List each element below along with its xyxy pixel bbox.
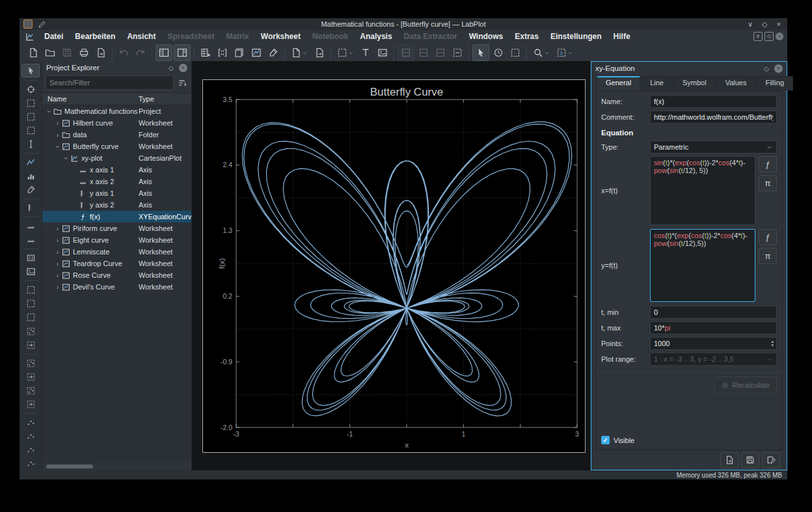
expander-icon[interactable]: ›	[54, 143, 61, 150]
add-plot-image-button[interactable]	[22, 265, 39, 278]
expander-icon[interactable]: ›	[54, 272, 61, 279]
tree-row-lemniscate[interactable]: › Lemniscate Worksheet	[42, 246, 191, 258]
butterfly-curve[interactable]	[242, 122, 572, 416]
tree-header[interactable]: Name Type	[42, 92, 191, 105]
tree-row-x-axis-1[interactable]: x axis 1 Axis	[42, 164, 191, 176]
menu-ansicht[interactable]: Ansicht	[121, 31, 161, 42]
add-fit-curve-button[interactable]	[22, 183, 39, 196]
zoom-out-y-button[interactable]	[22, 457, 39, 470]
zoom-fit-worksheet-button[interactable]	[334, 45, 357, 61]
mdi-restore-icon[interactable]: ◇	[765, 32, 774, 41]
close-dock-icon[interactable]: ×	[774, 64, 783, 73]
expander-icon[interactable]: ›	[54, 284, 61, 291]
select-and-edit-button[interactable]	[21, 64, 40, 77]
cursor-line-button[interactable]	[22, 138, 39, 150]
add-legend-button[interactable]	[22, 252, 39, 264]
insert-constant-button[interactable]: π	[759, 248, 777, 264]
tree-row-eight-curve[interactable]: › Eight curve Worksheet	[42, 234, 191, 246]
expander-icon[interactable]: ›	[54, 120, 61, 127]
zoom-preset-button[interactable]	[554, 45, 576, 61]
scale-auto-y-button[interactable]	[22, 384, 39, 397]
select-y-region-zoom-button[interactable]	[22, 124, 39, 137]
points-stepper[interactable]: 1000 ▴▾	[650, 337, 777, 350]
expander-icon[interactable]: ›	[54, 237, 61, 244]
expander-icon[interactable]: ›	[46, 108, 53, 115]
column-name[interactable]: Name	[42, 95, 66, 103]
save-button[interactable]	[741, 452, 759, 468]
mdi-close-icon[interactable]: ×	[776, 33, 783, 40]
stepper-arrows-icon[interactable]: ▴▾	[771, 338, 774, 349]
float-dock-icon[interactable]: ◇	[764, 65, 769, 72]
select-x-region-zoom-button[interactable]	[22, 111, 39, 123]
zoom-fit-page-button[interactable]	[22, 311, 39, 323]
scale-auto-button[interactable]	[22, 339, 39, 351]
zoom-in-x-button[interactable]	[22, 416, 39, 429]
y-formula-input[interactable]: cos(t)*(exp(cos(t))-2*cos(4*t)-pow(sin(t…	[650, 229, 755, 302]
close-icon[interactable]: ×	[777, 20, 781, 29]
comment-field[interactable]	[650, 111, 777, 124]
zoom-in-y-button[interactable]	[22, 444, 39, 456]
tree-row-mathematical-functions[interactable]: › Mathematical functions Project	[42, 105, 191, 117]
horizontal-scrollbar[interactable]	[45, 464, 189, 469]
new-workbook-button[interactable]	[232, 45, 247, 61]
tmin-field[interactable]	[650, 306, 777, 319]
x-formula-input[interactable]: sin(t)*(exp(cos(t))-2*cos(4*t)-pow(sin(t…	[650, 156, 755, 225]
tab-symbol[interactable]: Symbol	[673, 76, 716, 90]
select-and-edit-button[interactable]	[472, 44, 489, 61]
toggle-project-explorer-button[interactable]	[156, 44, 172, 61]
expander-icon[interactable]: ›	[54, 131, 61, 139]
tree-row-devil-s-curve[interactable]: › Devil's Curve Worksheet	[42, 281, 191, 293]
menu-datei[interactable]: Datei	[38, 31, 69, 42]
load-function-button[interactable]	[720, 452, 738, 468]
expander-icon[interactable]: ›	[62, 155, 70, 162]
tree-row-xy-plot[interactable]: › xy-plot CartesianPlot	[42, 152, 191, 164]
crosshair-button[interactable]	[22, 83, 39, 96]
tmax-field[interactable]: 10*pi	[650, 321, 777, 334]
add-image-button[interactable]	[375, 45, 390, 61]
tab-values[interactable]: Values	[716, 76, 756, 90]
navigate-button[interactable]	[491, 45, 506, 61]
expander-icon[interactable]: ›	[54, 260, 61, 267]
maximize-icon[interactable]: ◇	[762, 20, 767, 29]
tree-row-rose-curve[interactable]: › Rose Curve Worksheet	[42, 269, 191, 281]
name-field[interactable]	[650, 95, 777, 108]
shift-x-button[interactable]	[22, 371, 39, 383]
new-live-data-source-button[interactable]	[288, 45, 310, 61]
column-type[interactable]: Type	[139, 95, 154, 103]
add-histogram-button[interactable]	[22, 170, 39, 182]
add-axes-button[interactable]	[22, 234, 39, 246]
mdi-minimize-icon[interactable]: ∨	[753, 32, 763, 41]
tree-row-piriform-curve[interactable]: › Piriform curve Worksheet	[42, 222, 191, 234]
tree-row-butterfly-curve[interactable]: › Butterfly curve Worksheet	[42, 141, 191, 152]
select-region-zoom-button[interactable]	[22, 97, 39, 109]
new-project-button[interactable]	[25, 45, 41, 61]
tree-row-y-axis-1[interactable]: y axis 1 Axis	[42, 187, 191, 199]
add-vertical-axis-button[interactable]	[22, 202, 39, 214]
tree-row-hilbert-curve[interactable]: › Hilbert curve Worksheet	[42, 117, 191, 129]
menu-worksheet[interactable]: Worksheet	[255, 31, 306, 42]
select-and-zoom-button[interactable]	[508, 45, 523, 61]
menu-windows[interactable]: Windows	[463, 31, 509, 42]
zoom-out-x-button[interactable]	[22, 430, 39, 442]
open-project-button[interactable]	[42, 45, 58, 61]
menu-hilfe[interactable]: Hilfe	[608, 31, 636, 42]
shift-y-button[interactable]	[22, 398, 39, 411]
menu-einstellungen[interactable]: Einstellungen	[545, 31, 608, 42]
scale-auto-x-button[interactable]	[22, 357, 39, 370]
new-worksheet-button[interactable]	[249, 45, 264, 61]
print-button[interactable]	[76, 45, 92, 61]
insert-function-button[interactable]: ƒ	[759, 156, 777, 172]
add-xy-curve-button[interactable]	[22, 156, 39, 168]
menu-bearbeiten[interactable]: Bearbeiten	[69, 31, 121, 42]
add-horizontal-axis-button[interactable]	[22, 220, 39, 232]
tree-row-y-axis-2[interactable]: y axis 2 Axis	[42, 199, 191, 211]
butterfly-plot[interactable]: Butterfly Curve-3-1133.52.41.30.2-0.9-2.…	[203, 80, 585, 452]
float-dock-icon[interactable]: ◇	[169, 64, 174, 72]
zoom-out-region-button[interactable]	[22, 297, 39, 310]
magnification-button[interactable]	[530, 45, 552, 61]
scrollbar-thumb[interactable]	[46, 465, 93, 468]
expander-icon[interactable]: ›	[54, 249, 61, 256]
menu-analysis[interactable]: Analysis	[354, 31, 398, 42]
worksheet-canvas[interactable]: Butterfly Curve-3-1133.52.41.30.2-0.9-2.…	[202, 79, 586, 453]
equation-type-select[interactable]: Parametric	[650, 141, 777, 154]
